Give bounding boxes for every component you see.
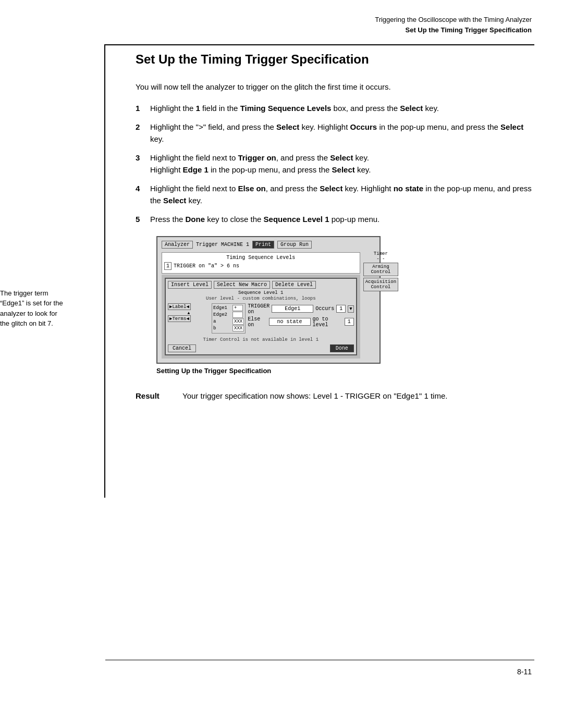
left-border-line — [104, 44, 105, 498]
step-number-1: 1 — [136, 103, 147, 115]
header-line2: Set Up the Timing Trigger Specification — [375, 25, 532, 35]
timing-sequence-area: Timing Sequence Levels 1 TRIGGER on "a" … — [162, 252, 360, 274]
done-btn[interactable]: Done — [330, 344, 354, 352]
step-number-3: 3 — [136, 152, 147, 176]
ts-num-box: 1 — [164, 262, 172, 270]
trigger-on-field[interactable]: Edge1 — [272, 305, 313, 313]
ts-row-1: 1 TRIGGER on "a" > 6 ns — [164, 262, 358, 270]
else-on-field[interactable]: no state — [269, 318, 311, 326]
arming-control-btn[interactable]: ArmingControl — [363, 263, 398, 276]
step-number-5: 5 — [136, 214, 147, 226]
terms-tag: ▶Terms◀ — [168, 315, 191, 322]
popup-subtitle: User level - custom combinations, loops — [168, 296, 354, 301]
go-to-level-field[interactable]: 1 — [345, 318, 354, 326]
sidebar-note-line2: “Edge1” is set for the — [0, 299, 63, 307]
step-text-1: Highlight the 1 field in the Timing Sequ… — [150, 103, 532, 115]
step-text-4: Highlight the field next to Else on, and… — [150, 183, 532, 206]
sidebar-note-line4: the glitch on bit 7. — [0, 319, 53, 327]
trigger-fields-area: TRIGGER on Edge1 Occurs 1 ▼ — [248, 303, 353, 335]
popup-background: Insert Level Select New Macro Delete Lev… — [162, 275, 360, 359]
page-container: Triggering the Oscilloscope with the Tim… — [0, 0, 563, 728]
tslevels-header: Timing Sequence Levels — [164, 255, 358, 261]
screen-split: Timing Sequence Levels 1 TRIGGER on "a" … — [161, 251, 376, 360]
go-to-level-label: go to level — [313, 316, 342, 328]
terms-name-edge2: Edge2 — [213, 312, 231, 317]
insert-level-btn[interactable]: Insert Level — [168, 281, 212, 289]
terms-name-a: a — [213, 319, 231, 324]
print-btn[interactable]: Print — [252, 241, 274, 249]
screen-left-panel: Timing Sequence Levels 1 TRIGGER on "a" … — [161, 251, 361, 360]
top-rule — [105, 44, 534, 45]
terms-row-edge1: Edge1 + — [213, 305, 244, 311]
label-tag: ▶Label◀ — [168, 303, 191, 310]
terms-row-a: a XXX — [213, 318, 244, 325]
page-header: Triggering the Oscilloscope with the Tim… — [375, 15, 532, 35]
label-row: ▶Label◀ — [168, 303, 210, 310]
acquisition-control-btn[interactable]: AcquisitionControl — [363, 278, 398, 291]
trigger-on-row: TRIGGER on Edge1 Occurs 1 ▼ — [248, 303, 353, 315]
popup-footer: Cancel Done — [168, 344, 354, 352]
main-content: Set Up the Timing Trigger Specification … — [136, 52, 532, 402]
occurs-field[interactable]: 1 — [336, 305, 346, 313]
terms-name-b: b — [213, 326, 231, 331]
sidebar-note-line1: The trigger term — [0, 289, 48, 297]
cancel-btn[interactable]: Cancel — [168, 344, 196, 352]
step-text-2: Highlight the ">" field, and press the S… — [150, 121, 532, 145]
screenshot-caption: Setting Up the Trigger Specification — [156, 367, 381, 375]
header-line1: Triggering the Oscilloscope with the Tim… — [375, 15, 532, 25]
terms-row-b: b XXX — [213, 325, 244, 331]
step-5: 5 Press the Done key to close the Sequen… — [136, 214, 532, 226]
screen-toolbar: Analyzer Trigger MACHINE 1 Print Group R… — [160, 239, 377, 250]
page-title: Set Up the Timing Trigger Specification — [136, 52, 532, 67]
screenshot-wrapper: The trigger term “Edge1” is set for the … — [136, 236, 532, 375]
occurs-label: Occurs — [315, 306, 334, 312]
popup-title: Sequence Level 1 — [168, 290, 354, 295]
step-number-2: 2 — [136, 121, 147, 145]
step-1: 1 Highlight the 1 field in the Timing Se… — [136, 103, 532, 115]
result-label: Result — [136, 390, 177, 402]
step-2: 2 Highlight the ">" field, and press the… — [136, 121, 532, 145]
step-3: 3 Highlight the field next to Trigger on… — [136, 152, 532, 176]
labels-section: ▶Label◀ ▲ ▶Terms◀ — [168, 303, 210, 335]
page-number: 8-11 — [517, 668, 532, 676]
timer-note: Timer Control is not available in level … — [168, 337, 354, 342]
popup-dialog: Insert Level Select New Macro Delete Lev… — [165, 278, 357, 355]
sidebar-note: The trigger term “Edge1” is set for the … — [0, 288, 104, 329]
terms-val-a: XXX — [232, 318, 244, 325]
select-new-macro-btn[interactable]: Select New Macro — [214, 281, 270, 289]
label-arrow: ▲ — [168, 311, 210, 315]
screen-simulation: Analyzer Trigger MACHINE 1 Print Group R… — [156, 236, 381, 364]
delete-level-btn[interactable]: Delete Level — [272, 281, 316, 289]
steps-list: 1 Highlight the 1 field in the Timing Se… — [136, 103, 532, 226]
result-text: Your trigger specification now shows: Le… — [182, 390, 532, 402]
intro-text: You will now tell the analyzer to trigge… — [136, 81, 532, 93]
terms-list: Edge1 + Edge2 ​ — [212, 303, 246, 334]
terms-val-b: XXX — [232, 325, 244, 331]
terms-row-label: ▶Terms◀ — [168, 315, 210, 322]
step-text-5: Press the Done key to close the Sequence… — [150, 214, 532, 226]
else-on-row: Else on no state go to level 1 — [248, 316, 353, 328]
bottom-rule — [105, 660, 534, 660]
ts-trigger-text: TRIGGER on "a" > 6 ns — [174, 263, 239, 269]
step-number-4: 4 — [136, 183, 147, 206]
popup-toolbar: Insert Level Select New Macro Delete Lev… — [168, 281, 354, 289]
labels-terms-area: ▶Label◀ ▲ ▶Terms◀ — [168, 303, 354, 335]
analyzer-btn[interactable]: Analyzer — [162, 241, 193, 249]
else-on-label: Else on — [248, 316, 266, 328]
trigger-on-label: TRIGGER on — [248, 303, 270, 315]
screen-right-panel: Timer- - ArmingControl AcquisitionContro… — [363, 251, 398, 360]
terms-val-edge1: + — [232, 305, 243, 311]
timer-label: Timer- - — [363, 251, 398, 262]
terms-val-edge2: ​ — [232, 312, 243, 318]
terms-name-edge1: Edge1 — [213, 305, 231, 311]
step-text-3: Highlight the field next to Trigger on, … — [150, 152, 532, 176]
terms-row-edge2: Edge2 ​ — [213, 312, 244, 318]
group-run-btn[interactable]: Group Run — [277, 241, 312, 249]
sidebar-note-line3: analyzer to look for — [0, 310, 57, 317]
occurs-icon: ▼ — [348, 305, 353, 313]
result-section: Result Your trigger specification now sh… — [136, 390, 532, 402]
trigger-label: Trigger MACHINE 1 — [196, 242, 249, 248]
step-4: 4 Highlight the field next to Else on, a… — [136, 183, 532, 206]
